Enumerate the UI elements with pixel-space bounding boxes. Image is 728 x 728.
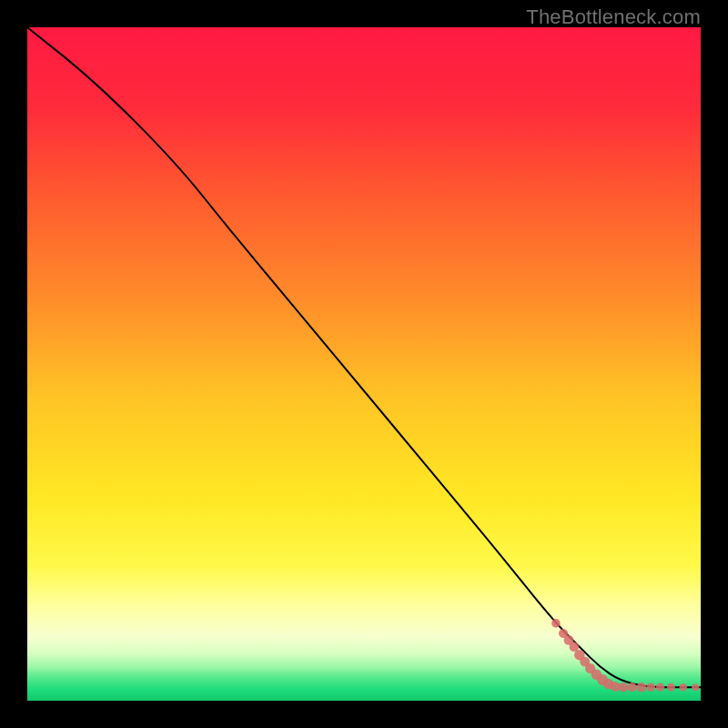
- tail-marker: [667, 683, 675, 692]
- tail-marker: [656, 683, 664, 692]
- watermark-text: TheBottleneck.com: [526, 5, 701, 29]
- tail-marker: [646, 682, 655, 692]
- tail-marker: [627, 682, 636, 692]
- tail-marker: [619, 682, 629, 693]
- chart-svg: [27, 27, 701, 701]
- plot-area: [27, 27, 701, 701]
- tail-marker: [692, 683, 699, 691]
- tail-marker: [680, 683, 687, 691]
- tail-marker: [551, 619, 561, 628]
- gradient-background: [27, 27, 701, 701]
- stage: TheBottleneck.com: [0, 0, 728, 728]
- tail-marker: [637, 682, 647, 693]
